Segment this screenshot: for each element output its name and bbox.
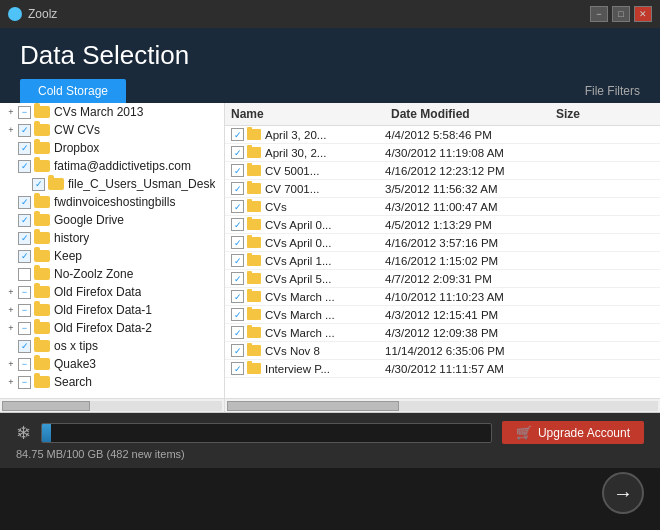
file-icon xyxy=(247,327,261,338)
file-checkbox[interactable] xyxy=(231,308,244,321)
file-row[interactable]: CV 7001...3/5/2012 11:56:32 AM xyxy=(225,180,660,198)
file-checkbox[interactable] xyxy=(231,164,244,177)
tree-item-label: Keep xyxy=(54,249,82,263)
tree-checkbox[interactable] xyxy=(18,268,31,281)
tree-checkbox[interactable] xyxy=(18,232,31,245)
tree-item[interactable]: +Old Firefox Data-2 xyxy=(0,319,224,337)
file-checkbox[interactable] xyxy=(231,272,244,285)
tree-item[interactable]: +Search xyxy=(0,373,224,391)
folder-icon xyxy=(34,232,50,244)
tree-checkbox[interactable] xyxy=(18,322,31,335)
minimize-button[interactable]: − xyxy=(590,6,608,22)
tree-checkbox[interactable] xyxy=(18,106,31,119)
file-row[interactable]: CVs April 5...4/7/2012 2:09:31 PM xyxy=(225,270,660,288)
expand-icon[interactable]: + xyxy=(4,105,18,119)
tree-panel: +CVs March 2013+CW CVsDropboxfatima@addi… xyxy=(0,103,225,412)
folder-icon xyxy=(34,268,50,280)
tree-checkbox[interactable] xyxy=(18,196,31,209)
next-button[interactable]: → xyxy=(602,472,644,514)
tree-bottom-scroll xyxy=(0,398,224,412)
tree-item[interactable]: fatima@addictivetips.com xyxy=(0,157,224,175)
file-row[interactable]: CVs April 0...4/16/2012 3:57:16 PM xyxy=(225,234,660,252)
expand-icon[interactable]: + xyxy=(4,321,18,335)
file-row[interactable]: April 30, 2...4/30/2012 11:19:08 AM xyxy=(225,144,660,162)
tree-item-label: CW CVs xyxy=(54,123,100,137)
tree-checkbox[interactable] xyxy=(18,340,31,353)
tree-item[interactable]: Dropbox xyxy=(0,139,224,157)
expand-icon[interactable]: + xyxy=(4,303,18,317)
tree-item-label: Old Firefox Data-1 xyxy=(54,303,152,317)
file-checkbox[interactable] xyxy=(231,146,244,159)
file-row[interactable]: CVs4/3/2012 11:00:47 AM xyxy=(225,198,660,216)
tree-item-label: Dropbox xyxy=(54,141,99,155)
folder-icon xyxy=(34,304,50,316)
tree-checkbox[interactable] xyxy=(18,304,31,317)
tree-item[interactable]: file_C_Users_Usman_Desk xyxy=(0,175,224,193)
file-row[interactable]: Interview P...4/30/2012 11:11:57 AM xyxy=(225,360,660,378)
file-checkbox[interactable] xyxy=(231,254,244,267)
file-checkbox[interactable] xyxy=(231,182,244,195)
file-row[interactable]: CVs March ...4/10/2012 11:10:23 AM xyxy=(225,288,660,306)
tree-item[interactable]: +Old Firefox Data xyxy=(0,283,224,301)
snowflake-icon: ❄ xyxy=(16,422,31,444)
tree-item[interactable]: +Old Firefox Data-1 xyxy=(0,301,224,319)
tree-checkbox[interactable] xyxy=(18,160,31,173)
tree-item[interactable]: +CVs March 2013 xyxy=(0,103,224,121)
folder-icon xyxy=(34,358,50,370)
file-date: 11/14/2012 6:35:06 PM xyxy=(385,345,550,357)
file-list-scroll[interactable]: April 3, 20...4/4/2012 5:58:46 PMApril 3… xyxy=(225,126,660,398)
file-checkbox[interactable] xyxy=(231,362,244,375)
tree-checkbox[interactable] xyxy=(18,376,31,389)
tree-item-label: os x tips xyxy=(54,339,98,353)
tree-item[interactable]: Google Drive xyxy=(0,211,224,229)
file-name: CVs April 5... xyxy=(265,273,385,285)
tab-cold-storage[interactable]: Cold Storage xyxy=(20,79,126,103)
file-checkbox[interactable] xyxy=(231,326,244,339)
file-checkbox[interactable] xyxy=(231,218,244,231)
expand-icon xyxy=(18,177,32,191)
tree-item[interactable]: fwdinvoiceshostingbills xyxy=(0,193,224,211)
file-icon xyxy=(247,201,261,212)
tree-item-label: fwdinvoiceshostingbills xyxy=(54,195,175,209)
file-checkbox[interactable] xyxy=(231,236,244,249)
tree-hscroll-thumb[interactable] xyxy=(2,401,90,411)
file-checkbox[interactable] xyxy=(231,344,244,357)
expand-icon[interactable]: + xyxy=(4,285,18,299)
expand-icon[interactable]: + xyxy=(4,123,18,137)
tree-item[interactable]: +CW CVs xyxy=(0,121,224,139)
tree-item-label: history xyxy=(54,231,89,245)
tree-checkbox[interactable] xyxy=(32,178,45,191)
upgrade-account-button[interactable]: 🛒 Upgrade Account xyxy=(502,421,644,444)
file-checkbox[interactable] xyxy=(231,128,244,141)
file-row[interactable]: CVs April 0...4/5/2012 1:13:29 PM xyxy=(225,216,660,234)
tree-checkbox[interactable] xyxy=(18,142,31,155)
tree-item-label: Google Drive xyxy=(54,213,124,227)
maximize-button[interactable]: □ xyxy=(612,6,630,22)
tree-item[interactable]: No-Zoolz Zone xyxy=(0,265,224,283)
tree-item[interactable]: Keep xyxy=(0,247,224,265)
file-row[interactable]: CV 5001...4/16/2012 12:23:12 PM xyxy=(225,162,660,180)
expand-icon[interactable]: + xyxy=(4,375,18,389)
file-checkbox[interactable] xyxy=(231,200,244,213)
tree-item[interactable]: history xyxy=(0,229,224,247)
tree-item[interactable]: +Quake3 xyxy=(0,355,224,373)
tree-checkbox[interactable] xyxy=(18,214,31,227)
file-filters-label[interactable]: File Filters xyxy=(585,84,640,103)
file-hscroll-thumb[interactable] xyxy=(227,401,399,411)
tree-checkbox[interactable] xyxy=(18,286,31,299)
tree-scroll[interactable]: +CVs March 2013+CW CVsDropboxfatima@addi… xyxy=(0,103,224,398)
file-row[interactable]: CVs March ...4/3/2012 12:09:38 PM xyxy=(225,324,660,342)
file-row[interactable]: CVs April 1...4/16/2012 1:15:02 PM xyxy=(225,252,660,270)
tree-item[interactable]: os x tips xyxy=(0,337,224,355)
tree-checkbox[interactable] xyxy=(18,358,31,371)
file-icon xyxy=(247,273,261,284)
tree-checkbox[interactable] xyxy=(18,250,31,263)
close-button[interactable]: ✕ xyxy=(634,6,652,22)
file-row[interactable]: CVs Nov 811/14/2012 6:35:06 PM xyxy=(225,342,660,360)
tree-checkbox[interactable] xyxy=(18,124,31,137)
expand-icon[interactable]: + xyxy=(4,357,18,371)
progress-fill xyxy=(42,424,51,442)
file-row[interactable]: CVs March ...4/3/2012 12:15:41 PM xyxy=(225,306,660,324)
file-checkbox[interactable] xyxy=(231,290,244,303)
file-row[interactable]: April 3, 20...4/4/2012 5:58:46 PM xyxy=(225,126,660,144)
